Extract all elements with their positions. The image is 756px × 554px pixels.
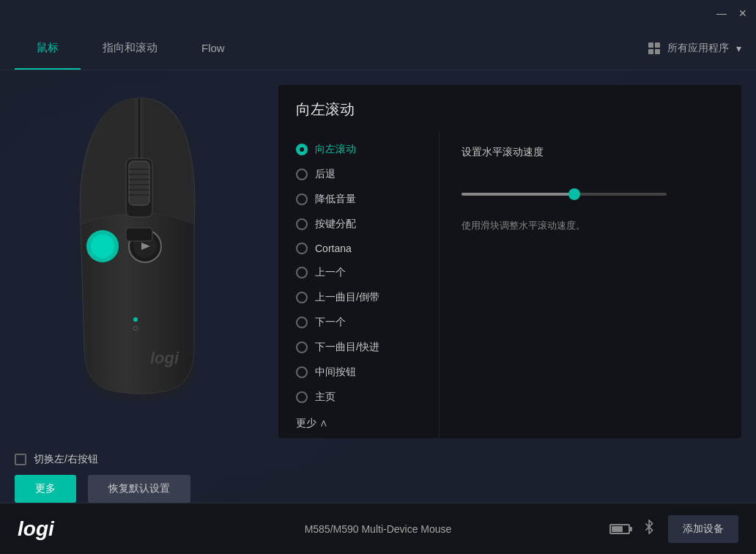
- radio-vol-down: [296, 193, 308, 205]
- nav-tabs: 鼠标 指向和滚动 Flow: [15, 26, 247, 70]
- tab-flow[interactable]: Flow: [179, 26, 247, 70]
- minimize-button[interactable]: —: [716, 7, 727, 19]
- battery-body: [609, 524, 630, 534]
- footer-logo: logi: [18, 517, 54, 541]
- radio-prev-track: [296, 292, 308, 303]
- option-next[interactable]: 下一个: [296, 310, 439, 335]
- options-list: 向左滚动 后退 降低音量 按键分配: [278, 131, 440, 438]
- radio-scroll-left: [296, 144, 308, 155]
- radio-middle-btn: [296, 366, 308, 378]
- tab-mouse[interactable]: 鼠标: [15, 26, 81, 70]
- title-bar: — ✕: [0, 0, 756, 26]
- radio-next: [296, 317, 308, 328]
- title-bar-controls: — ✕: [716, 7, 747, 19]
- switch-buttons-checkbox[interactable]: [15, 454, 26, 465]
- more-button[interactable]: 更多: [15, 475, 76, 503]
- nav-bar: 鼠标 指向和滚动 Flow 所有应用程序 ▾: [0, 26, 756, 70]
- slider-hint: 使用滑块调整水平滚动速度。: [462, 219, 719, 232]
- app-window: — ✕ 鼠标 指向和滚动 Flow 所有应用程序 ▾: [0, 0, 756, 554]
- slider-fill: [462, 193, 574, 196]
- slider-thumb[interactable]: [568, 188, 580, 200]
- footer-right: 添加设备: [609, 515, 738, 543]
- option-vol-down[interactable]: 降低音量: [296, 187, 439, 212]
- battery-fill: [612, 526, 623, 532]
- tab-pointer[interactable]: 指向和滚动: [81, 26, 179, 70]
- mouse-svg: logi: [37, 92, 242, 400]
- radio-cortana: [296, 243, 308, 254]
- option-prev-track[interactable]: 上一曲目/倒带: [296, 285, 439, 310]
- grid-icon[interactable]: [648, 43, 660, 54]
- svg-point-16: [133, 326, 138, 330]
- option-prev[interactable]: 上一个: [296, 260, 439, 285]
- slider-label: 设置水平滚动速度: [462, 146, 719, 159]
- slider-container: [462, 193, 719, 196]
- option-middle-btn[interactable]: 中间按钮: [296, 360, 439, 385]
- mouse-area: logi: [15, 85, 264, 438]
- svg-point-10: [91, 234, 114, 258]
- chevron-down-icon: ▾: [736, 43, 741, 54]
- option-cortana[interactable]: Cortana: [296, 237, 439, 260]
- option-home[interactable]: 主页: [296, 385, 439, 410]
- main-content: logi 向左滚动 向左滚动 后退: [0, 70, 756, 453]
- nav-right: 所有应用程序 ▾: [648, 42, 741, 55]
- popup-body: 向左滚动 后退 降低音量 按键分配: [278, 131, 741, 438]
- popup-title: 向左滚动: [278, 85, 741, 131]
- settings-panel: 设置水平滚动速度 使用滑块调整水平滚动速度。: [440, 131, 741, 438]
- option-key-assign[interactable]: 按键分配: [296, 212, 439, 237]
- apps-label[interactable]: 所有应用程序: [667, 42, 729, 55]
- checkbox-label: 切换左/右按钮: [34, 453, 98, 466]
- footer-device-name: M585/M590 Multi-Device Mouse: [305, 523, 452, 535]
- radio-home: [296, 391, 308, 403]
- svg-point-15: [133, 317, 138, 322]
- battery-icon: [609, 524, 630, 534]
- radio-next-track: [296, 341, 308, 353]
- close-button[interactable]: ✕: [738, 7, 747, 19]
- svg-rect-2: [129, 161, 149, 205]
- option-back[interactable]: 后退: [296, 162, 439, 187]
- svg-rect-14: [126, 228, 152, 241]
- radio-back: [296, 169, 308, 180]
- button-row: 更多 恢复默认设置: [15, 475, 741, 503]
- reset-button[interactable]: 恢复默认设置: [88, 475, 190, 503]
- bottom-section: 切换左/右按钮 更多 恢复默认设置: [0, 453, 756, 503]
- bluetooth-icon: [642, 520, 656, 538]
- popup-panel: 向左滚动 向左滚动 后退 降低音量: [278, 85, 741, 438]
- radio-prev: [296, 267, 308, 278]
- option-next-track[interactable]: 下一曲目/快进: [296, 335, 439, 360]
- radio-key-assign: [296, 218, 308, 230]
- svg-text:logi: logi: [150, 349, 179, 367]
- option-scroll-left[interactable]: 向左滚动: [296, 137, 439, 162]
- add-device-button[interactable]: 添加设备: [668, 515, 738, 543]
- checkbox-area: 切换左/右按钮: [15, 453, 741, 466]
- more-options-button[interactable]: 更少 ∧: [296, 410, 439, 437]
- slider-track[interactable]: [462, 193, 667, 196]
- footer: logi M585/M590 Multi-Device Mouse 添加设备: [0, 503, 756, 554]
